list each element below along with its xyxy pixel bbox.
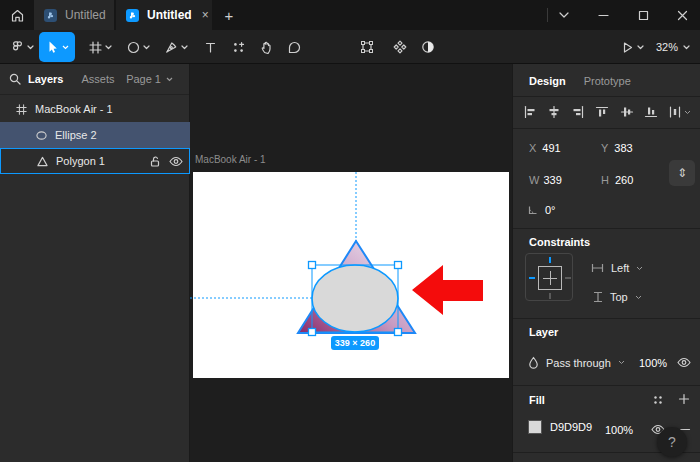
zoom-level: 32% [656,41,678,53]
height-field[interactable]: H 260 [601,174,633,186]
vertical-constraint-dropdown[interactable]: Top [593,291,642,303]
tab-layers[interactable]: Layers [28,73,63,85]
help-button[interactable]: ? [657,427,687,457]
tab-design[interactable]: Design [529,75,566,87]
maximize-button[interactable] [631,5,655,25]
divider [513,228,700,229]
component-button[interactable] [389,30,411,64]
canvas-artwork [190,64,512,462]
align-vertical-center-icon[interactable] [620,105,634,119]
align-left-icon[interactable] [523,105,537,119]
constraints-cross [550,271,551,285]
polygon-layer-icon [35,156,49,167]
add-fill-button[interactable] [678,393,690,405]
horizontal-constraint-dropdown[interactable]: Left [591,262,643,274]
mask-icon [421,40,435,54]
edit-object-button[interactable] [356,30,378,64]
zoom-menu-button[interactable]: 32% [652,30,694,64]
play-icon [621,41,634,54]
frame-tool-button[interactable] [84,30,116,64]
search-icon[interactable] [9,73,21,85]
comment-tool-button[interactable] [283,30,305,64]
mask-button[interactable] [417,30,439,64]
pen-icon [165,41,178,54]
layers-panel: Layers Assets Page 1 MacBook Air - 1 Ell… [0,64,190,462]
tab-close-icon[interactable]: × [202,8,209,22]
align-horizontal-center-icon[interactable] [547,105,561,119]
pen-tool-button[interactable] [160,30,192,64]
page-selector[interactable]: Page 1 [126,73,173,85]
edit-object-icon [360,40,374,54]
size-badge: 339 × 260 [331,336,379,350]
resources-icon [232,41,245,54]
hand-tool-button[interactable] [255,30,277,64]
tab-label: Untitled [65,8,106,22]
align-top-icon[interactable] [595,105,609,119]
visibility-eye-icon[interactable] [169,156,183,167]
properties-panel: Design Prototype X 491 Y 383 [512,64,700,462]
constraint-left-tick[interactable] [529,277,535,279]
width-field[interactable]: W 339 [529,174,562,186]
present-button[interactable] [617,30,647,64]
move-tool-button[interactable] [39,32,75,62]
align-bottom-icon[interactable] [644,105,658,119]
ellipse-shape[interactable] [312,265,398,332]
styles-icon [652,394,664,406]
distribute-icon [668,105,682,119]
titlebar: Untitled Untitled × + [0,0,700,30]
layer-row-ellipse-selected[interactable]: Ellipse 2 [0,122,190,148]
resources-tool-button[interactable] [227,30,249,64]
constraint-right-tick[interactable] [565,277,571,279]
layer-visibility-eye-icon[interactable] [677,357,691,368]
properties-tabs: Design Prototype [529,75,631,87]
layer-row-polygon-hovered[interactable]: Polygon 1 [0,148,190,174]
home-button[interactable] [6,5,28,25]
chevron-down-icon [618,360,625,365]
fill-color-swatch[interactable] [528,420,542,434]
constrain-proportions-button[interactable]: ⇕ [669,160,695,186]
layer-name: MacBook Air - 1 [35,103,113,115]
layer-name: Polygon 1 [56,155,105,167]
constraint-bottom-tick[interactable] [549,293,551,299]
tab-untitled-2-active[interactable]: Untitled × [116,0,212,30]
layer-opacity-value[interactable]: 100% [639,357,667,369]
hand-icon [260,40,273,54]
chevron-down-icon [62,45,69,50]
x-field[interactable]: X 491 [529,142,561,154]
close-button[interactable] [670,5,694,25]
minimize-button[interactable] [591,5,615,25]
alignment-row [523,102,691,122]
plus-icon [678,393,690,405]
y-field[interactable]: Y 383 [601,142,633,154]
tab-untitled-1[interactable]: Untitled [34,0,114,30]
tab-prototype[interactable]: Prototype [584,75,631,87]
chevron-down-icon [635,295,642,300]
constraints-widget[interactable] [525,253,573,301]
frame-layer-icon [14,104,28,115]
unlock-icon[interactable] [149,155,162,168]
fill-styles-button[interactable] [652,394,664,406]
window-menu-button[interactable] [552,5,576,25]
fill-hex-value[interactable]: D9D9D9 [550,421,592,433]
blend-mode-dropdown[interactable]: Pass through [528,356,625,369]
new-tab-button[interactable]: + [218,4,240,26]
rotation-angle-icon [527,204,539,216]
canvas[interactable]: MacBook Air - 1 339 × 260 [190,64,512,462]
main-menu-button[interactable] [8,30,36,64]
chevron-down-icon [27,45,34,50]
divider [513,318,700,319]
rotation-field[interactable]: 0° [527,204,556,216]
layer-row-frame[interactable]: MacBook Air - 1 [0,96,190,122]
constraint-top-tick[interactable] [549,257,551,263]
frame-label[interactable]: MacBook Air - 1 [195,154,266,165]
horizontal-constraint-icon [591,263,604,273]
close-icon [677,10,688,21]
shape-tool-button[interactable] [122,30,154,64]
distribute-menu-button[interactable] [668,105,691,119]
text-tool-button[interactable] [199,30,221,64]
vertical-constraint-icon [593,291,603,303]
align-right-icon[interactable] [571,105,585,119]
chevron-down-icon [105,45,112,50]
tab-assets[interactable]: Assets [81,73,114,85]
fill-opacity-value[interactable]: 100% [605,424,633,436]
